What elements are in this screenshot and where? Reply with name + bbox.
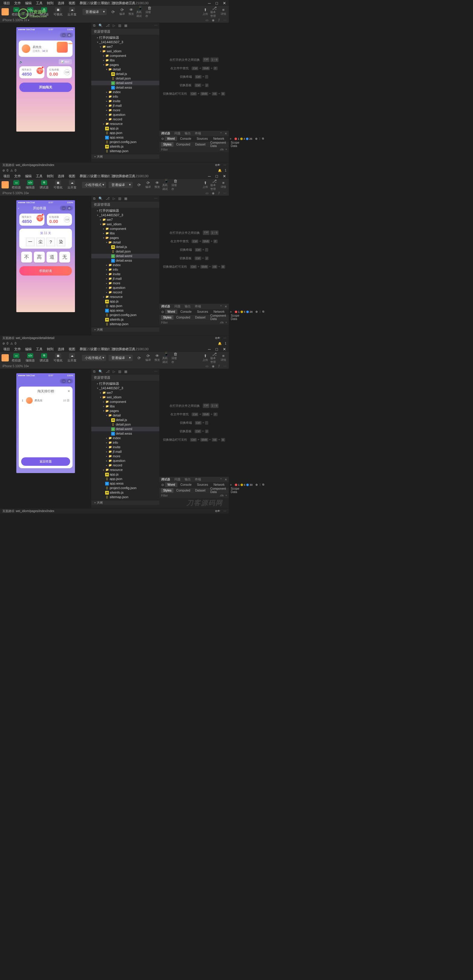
user-avatar[interactable]: [2, 8, 9, 16]
close-panel-icon[interactable]: ✕: [225, 132, 227, 135]
rotate-icon[interactable]: ▭: [206, 18, 208, 22]
branch-icon[interactable]: ⎇: [106, 24, 110, 27]
option-button[interactable]: 道: [46, 251, 57, 262]
tree-siteinfo[interactable]: JSsiteinfo.js: [91, 144, 159, 149]
tab-output[interactable]: 输出: [185, 131, 191, 135]
subtab-dataset[interactable]: Dataset: [193, 142, 207, 147]
tab-wxml[interactable]: Wxml: [165, 137, 177, 141]
close-icon[interactable]: ✕: [67, 389, 70, 393]
remote-debug-button[interactable]: 📱真机调试: [136, 7, 144, 16]
tab-problems[interactable]: 问题: [175, 131, 181, 135]
vitality-card[interactable]: 闯关体力 4850 免费领取: [19, 66, 44, 78]
popout-icon[interactable]: ⧉: [262, 137, 264, 140]
version-button[interactable]: ⎇版本管理: [210, 7, 218, 16]
compile-button[interactable]: ⟳编译: [118, 7, 126, 16]
mode-editor[interactable]: </>编辑器: [24, 6, 37, 17]
tree-question[interactable]: ▸📁question: [91, 113, 159, 117]
subtab-styles[interactable]: Styles: [161, 142, 173, 147]
preview-button[interactable]: 👁预览: [127, 7, 135, 16]
search-icon[interactable]: 🔍: [98, 24, 103, 27]
tree-record[interactable]: ▸📁record: [91, 117, 159, 122]
tab-console[interactable]: Console: [178, 137, 194, 141]
tree-detail-json[interactable]: {}detail.json: [91, 76, 159, 81]
subtab-scope[interactable]: Scope Data: [229, 140, 241, 148]
outline-section[interactable]: ▸大纲: [91, 154, 159, 159]
more-icon[interactable]: ⋯: [223, 18, 226, 22]
mode-simulator[interactable]: ▭模拟器: [10, 6, 23, 17]
tree-component[interactable]: ▸📁component: [91, 54, 159, 58]
tree-info[interactable]: ▸📁info: [91, 94, 159, 99]
menu-goto[interactable]: 转到: [45, 0, 55, 6]
inspect-icon[interactable]: ⯐: [161, 137, 164, 140]
new-file-icon[interactable]: ⧉: [93, 24, 95, 27]
tree-appwxss[interactable]: ▪app.wxss: [91, 135, 159, 140]
close-button[interactable]: ✕: [222, 1, 227, 5]
cls-toggle[interactable]: .cls: [219, 148, 224, 151]
capsule-close-icon[interactable]: ◎: [67, 33, 71, 37]
back-icon[interactable]: ‹: [18, 207, 19, 210]
tree-open-editors[interactable]: ▸打开的编辑器: [91, 35, 159, 40]
share-icon[interactable]: ⤴: [218, 18, 220, 22]
rules-tag[interactable]: 规则: [68, 43, 73, 44]
compile-mode-select[interactable]: 普通编译: [83, 9, 107, 15]
menu-edit[interactable]: 编辑: [23, 0, 33, 6]
tree-index[interactable]: ▸📁index: [91, 90, 159, 94]
tree-invite[interactable]: ▸📁invite: [91, 99, 159, 103]
capsule-menu-icon[interactable]: ⋯: [62, 33, 66, 37]
mode-cloud[interactable]: ☁云开发: [65, 6, 78, 17]
redpacket-card[interactable]: 红包余额 0.00 兑换: [47, 66, 72, 78]
tree-pages[interactable]: ▾📂pages: [91, 63, 159, 67]
menu-select[interactable]: 选择: [56, 0, 66, 6]
tree-jfmall[interactable]: ▸📁jf-mall: [91, 103, 159, 108]
tree-more[interactable]: ▸📁more: [91, 108, 159, 113]
tab-terminal[interactable]: 终端: [195, 131, 201, 135]
error-stats[interactable]: 1 4 26 ⚙ ⋮ ⧉: [235, 137, 264, 140]
start-button[interactable]: 开始闯关: [19, 83, 72, 92]
back-to-quiz-button[interactable]: 返回答题: [21, 457, 70, 466]
menu-tool[interactable]: 工具: [34, 0, 44, 6]
tab-debugger[interactable]: 调试器: [161, 131, 170, 135]
exchange-button[interactable]: 兑换: [64, 69, 70, 75]
page-path[interactable]: wei_idiom/pages/index/index: [16, 163, 215, 167]
tree-resource[interactable]: ▸📁resource: [91, 122, 159, 126]
ellipsis-icon[interactable]: ⋯: [223, 163, 226, 167]
dots-icon[interactable]: ⋮: [259, 137, 261, 140]
maximize-button[interactable]: □: [214, 1, 219, 5]
tree-we7[interactable]: ▸📁we7: [91, 45, 159, 49]
bell-icon[interactable]: 🔔: [218, 169, 222, 172]
tree-pcj[interactable]: {}project.config.json: [91, 140, 159, 144]
more-icon[interactable]: ⋯: [154, 24, 157, 27]
answer-slot[interactable]: 一: [26, 238, 35, 246]
gear-icon[interactable]: ⚙: [255, 137, 257, 140]
menu-view[interactable]: 视图: [67, 0, 77, 6]
clear-cache-button[interactable]: 🗑清缓存: [145, 7, 153, 16]
tree-detail-wxss[interactable]: ▪detail.wxss: [91, 85, 159, 90]
tree-sitemap[interactable]: {}sitemap.json: [91, 149, 159, 153]
upload-button[interactable]: ⬆上传: [201, 7, 209, 16]
filter-input[interactable]: [161, 148, 217, 151]
minimize-button[interactable]: ─: [207, 1, 212, 5]
option-button[interactable]: 无: [59, 251, 70, 262]
option-button[interactable]: 不: [21, 251, 32, 262]
add-style-icon[interactable]: +: [225, 148, 227, 151]
mode-visual[interactable]: ▦可视化: [52, 6, 64, 17]
tree-libs[interactable]: ▸📁libs: [91, 58, 159, 63]
detail-button[interactable]: ≡详情: [219, 7, 227, 16]
option-button[interactable]: 高: [34, 251, 45, 262]
copy-icon[interactable]: ⧉: [215, 163, 217, 167]
menu-project[interactable]: 项目: [2, 0, 12, 6]
answer-slot[interactable]: ?: [46, 238, 55, 246]
tree-project[interactable]: ▾_1414481507_3: [91, 40, 159, 45]
mute-icon[interactable]: ◉: [212, 18, 214, 22]
help-friend-button[interactable]: 求助好友: [19, 266, 72, 275]
tree-appjson[interactable]: {}app.json: [91, 130, 159, 135]
answer-slot[interactable]: 染: [57, 238, 65, 246]
tab-sources[interactable]: Sources: [194, 137, 210, 141]
vitality-card[interactable]: 闯关体力4850 免费领取: [19, 213, 44, 226]
tree-appjs[interactable]: JSapp.js: [91, 126, 159, 130]
tree-detail-js[interactable]: JSdetail.js: [91, 72, 159, 76]
menu-file[interactable]: 文件: [13, 0, 23, 6]
eye-icon[interactable]: 👁: [217, 163, 220, 167]
answer-slot[interactable]: 尘: [36, 238, 45, 246]
split-icon[interactable]: ▥: [118, 24, 121, 27]
